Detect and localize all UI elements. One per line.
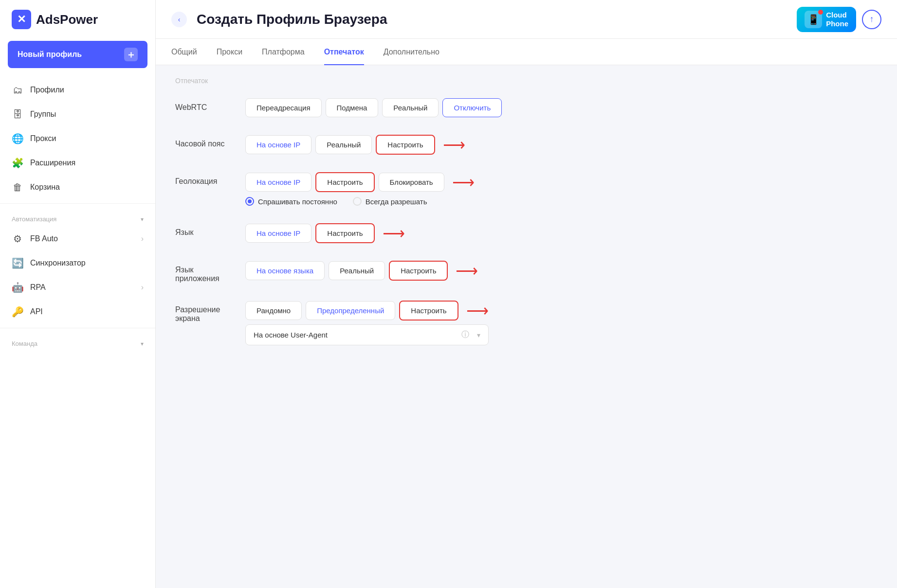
geo-ask-always-radio[interactable]: Спрашивать постоянно — [245, 197, 337, 206]
geolocation-row: Геолокация На основе IP Настроить Блокир… — [175, 172, 878, 206]
team-section-label: Команда ▾ — [0, 332, 155, 351]
sidebar-divider — [0, 203, 155, 204]
topbar: ‹ Создать Профиль Браузера 📱 Cloud Phone… — [156, 0, 897, 39]
cloud-phone-icon: 📱 — [805, 11, 822, 28]
sidebar-item-rpa[interactable]: 🤖 RPA › — [0, 275, 155, 300]
topbar-right: 📱 Cloud Phone ↑ — [797, 7, 881, 32]
timezone-based-ip-btn[interactable]: На основе IP — [245, 135, 311, 154]
geo-allow-always-radio[interactable]: Всегда разрешать — [353, 197, 427, 206]
tab-fingerprint[interactable]: Отпечаток — [324, 39, 364, 65]
timezone-real-btn[interactable]: Реальный — [315, 135, 372, 154]
screen-configure-btn[interactable]: Настроить — [399, 301, 458, 321]
screen-resolution-label: Разрешение экрана — [175, 301, 234, 323]
dropdown-value: На основе User-Agent — [254, 331, 328, 339]
new-profile-button[interactable]: Новый профиль ＋ — [8, 41, 147, 68]
arrow-indicator: ⟵ — [443, 136, 465, 154]
chevron-right-icon: › — [141, 283, 144, 292]
webrtc-redirect-btn[interactable]: Переадресация — [245, 98, 322, 117]
timezone-options-area: На основе IP Реальный Настроить ⟵ — [245, 135, 465, 155]
logo-icon: ✕ — [12, 10, 31, 29]
webrtc-replace-btn[interactable]: Подмена — [326, 98, 379, 117]
tab-proxy[interactable]: Прокси — [217, 39, 242, 65]
cloud-phone-button[interactable]: 📱 Cloud Phone — [797, 7, 856, 32]
cloud-phone-line2: Phone — [826, 19, 848, 28]
notification-dot — [818, 10, 823, 15]
sidebar-item-label: Прокси — [30, 134, 56, 143]
radio-checked-icon — [245, 197, 254, 206]
app-language-options-area: На основе языка Реальный Настроить ⟵ — [245, 261, 478, 281]
sidebar-item-sync[interactable]: 🔄 Синхронизатор — [0, 251, 155, 275]
app-lang-arrow-indicator: ⟵ — [456, 262, 478, 280]
sidebar-item-trash[interactable]: 🗑 Корзина — [0, 175, 155, 199]
page-title: Создать Профиль Браузера — [197, 12, 387, 27]
app-language-options: На основе языка Реальный Настроить — [245, 261, 448, 281]
webrtc-disable-btn[interactable]: Отключить — [442, 98, 502, 117]
content-area: Отпечаток WebRTC Переадресация Подмена Р… — [156, 65, 897, 588]
cloud-phone-line1: Cloud — [826, 11, 847, 19]
new-profile-label: Новый профиль — [18, 50, 82, 59]
logo-area: ✕ AdsPower — [0, 0, 155, 37]
chevron-down-icon: ▾ — [477, 331, 480, 339]
trash-icon: 🗑 — [12, 181, 23, 193]
profiles-icon: 🗂 — [12, 84, 23, 96]
geo-buttons-row: На основе IP Настроить Блокировать ⟵ — [245, 172, 475, 192]
sidebar: ✕ AdsPower Новый профиль ＋ 🗂 Профили 🗄 Г… — [0, 0, 156, 588]
api-icon: 🔑 — [12, 306, 23, 318]
chevron-down-icon-2: ▾ — [141, 340, 144, 347]
app-lang-based-btn[interactable]: На основе языка — [245, 261, 325, 280]
proxy-icon: 🌐 — [12, 133, 23, 144]
webrtc-row: WebRTC Переадресация Подмена Реальный От… — [175, 98, 878, 117]
tab-general[interactable]: Общий — [171, 39, 197, 65]
app-language-label: Язык приложения — [175, 261, 234, 283]
webrtc-real-btn[interactable]: Реальный — [382, 98, 439, 117]
language-options-area: На основе IP Настроить ⟵ — [245, 223, 405, 243]
app-lang-real-btn[interactable]: Реальный — [329, 261, 385, 280]
upload-button[interactable]: ↑ — [862, 10, 881, 29]
timezone-options: На основе IP Реальный Настроить — [245, 135, 435, 155]
timezone-configure-btn[interactable]: Настроить — [376, 135, 435, 155]
screen-random-btn[interactable]: Рандомно — [245, 301, 302, 320]
language-label: Язык — [175, 223, 234, 237]
sidebar-item-label: Группы — [30, 110, 56, 119]
main-content: ‹ Создать Профиль Браузера 📱 Cloud Phone… — [156, 0, 897, 588]
groups-icon: 🗄 — [12, 108, 23, 120]
breadcrumb: Отпечаток — [175, 77, 878, 85]
fb-auto-icon: ⚙ — [12, 233, 23, 245]
tabs-bar: Общий Прокси Платформа Отпечаток Дополни… — [156, 39, 897, 65]
screen-res-buttons-row: Рандомно Предопределенный Настроить ⟵ — [245, 301, 489, 321]
sidebar-item-label: Корзина — [30, 183, 60, 192]
sidebar-item-api[interactable]: 🔑 API — [0, 300, 155, 324]
sidebar-item-fb-auto[interactable]: ⚙ FB Auto › — [0, 227, 155, 251]
tab-platform[interactable]: Платформа — [262, 39, 305, 65]
sidebar-item-label: Профили — [30, 86, 64, 94]
lang-based-ip-btn[interactable]: На основе IP — [245, 224, 311, 243]
lang-arrow-indicator: ⟵ — [383, 224, 405, 243]
tab-advanced[interactable]: Дополнительно — [384, 39, 439, 65]
info-icon: ⓘ — [461, 330, 469, 340]
collapse-sidebar-button[interactable]: ‹ — [171, 12, 187, 27]
timezone-label: Часовой пояс — [175, 135, 234, 148]
webrtc-label: WebRTC — [175, 98, 234, 112]
sidebar-item-groups[interactable]: 🗄 Группы — [0, 102, 155, 126]
app-lang-configure-btn[interactable]: Настроить — [389, 261, 448, 281]
geolocation-options-area: На основе IP Настроить Блокировать ⟵ Спр… — [245, 172, 475, 206]
screen-arrow-indicator: ⟵ — [466, 302, 489, 320]
geo-based-ip-btn[interactable]: На основе IP — [245, 173, 311, 192]
sidebar-item-label: Расширения — [30, 159, 75, 167]
geo-configure-btn[interactable]: Настроить — [315, 172, 374, 192]
screen-resolution-options: Рандомно Предопределенный Настроить — [245, 301, 458, 321]
extensions-icon: 🧩 — [12, 157, 23, 169]
timezone-row: Часовой пояс На основе IP Реальный Настр… — [175, 135, 878, 155]
sidebar-item-profiles[interactable]: 🗂 Профили — [0, 78, 155, 102]
rpa-icon: 🤖 — [12, 282, 23, 293]
sync-icon: 🔄 — [12, 257, 23, 269]
app-language-row: Язык приложения На основе языка Реальный… — [175, 261, 878, 283]
geo-block-btn[interactable]: Блокировать — [379, 173, 444, 192]
lang-configure-btn[interactable]: Настроить — [315, 223, 374, 243]
webrtc-options: Переадресация Подмена Реальный Отключить — [245, 98, 502, 117]
screen-resolution-dropdown[interactable]: На основе User-Agent ⓘ ▾ — [245, 324, 489, 345]
sidebar-item-extensions[interactable]: 🧩 Расширения — [0, 151, 155, 175]
sidebar-item-proxy[interactable]: 🌐 Прокси — [0, 126, 155, 151]
screen-predefined-btn[interactable]: Предопределенный — [306, 301, 395, 320]
chevron-down-icon: ▾ — [141, 216, 144, 223]
